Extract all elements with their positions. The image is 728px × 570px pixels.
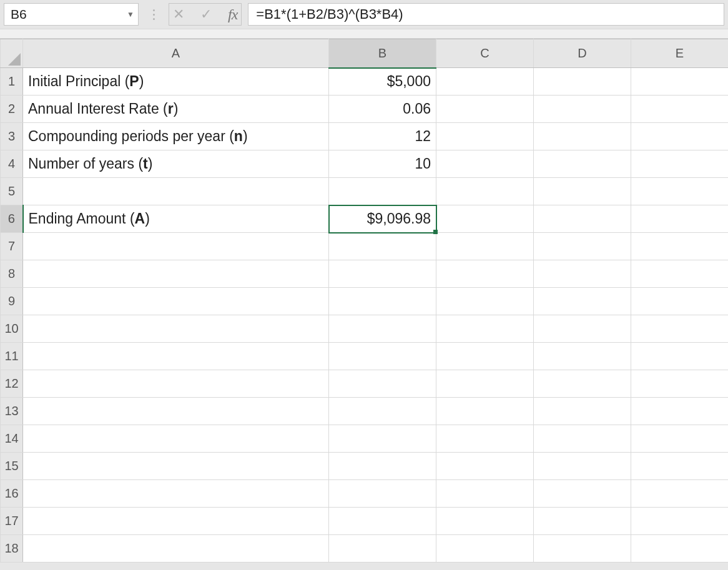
cell-b1[interactable]: $5,000 <box>329 68 436 96</box>
cell-e14[interactable] <box>631 425 729 453</box>
select-all-button[interactable] <box>1 39 23 68</box>
cell-e5[interactable] <box>631 178 729 205</box>
cell-a18[interactable] <box>23 535 329 563</box>
cell-e8[interactable] <box>631 260 729 288</box>
cell-b9[interactable] <box>329 288 436 315</box>
row-header[interactable]: 2 <box>1 96 23 123</box>
cell-b14[interactable] <box>329 425 436 453</box>
fx-icon[interactable]: fx <box>228 6 237 23</box>
row-header[interactable]: 10 <box>1 315 23 343</box>
grid[interactable]: A B C D E 1 Initial Principal (P) $5,000… <box>0 39 728 563</box>
cell-c3[interactable] <box>436 123 534 150</box>
cell-e12[interactable] <box>631 370 729 398</box>
col-header-e[interactable]: E <box>631 39 729 68</box>
row-header[interactable]: 13 <box>1 398 23 425</box>
cell-a14[interactable] <box>23 425 329 453</box>
cell-b10[interactable] <box>329 315 436 343</box>
cell-e18[interactable] <box>631 535 729 563</box>
cell-d9[interactable] <box>534 288 631 315</box>
cell-d15[interactable] <box>534 453 631 480</box>
cell-a17[interactable] <box>23 508 329 535</box>
cell-a1[interactable]: Initial Principal (P) <box>23 68 329 96</box>
col-header-b[interactable]: B <box>329 39 436 68</box>
cell-b8[interactable] <box>329 260 436 288</box>
cell-c14[interactable] <box>436 425 534 453</box>
cell-e6[interactable] <box>631 205 729 233</box>
cell-c9[interactable] <box>436 288 534 315</box>
cell-c17[interactable] <box>436 508 534 535</box>
cell-b17[interactable] <box>329 508 436 535</box>
cell-a9[interactable] <box>23 288 329 315</box>
row-header[interactable]: 3 <box>1 123 23 150</box>
cell-d1[interactable] <box>534 68 631 96</box>
cell-a7[interactable] <box>23 233 329 260</box>
cell-d8[interactable] <box>534 260 631 288</box>
row-header[interactable]: 11 <box>1 343 23 370</box>
row-header[interactable]: 5 <box>1 178 23 205</box>
cell-b2[interactable]: 0.06 <box>329 96 436 123</box>
cell-e7[interactable] <box>631 233 729 260</box>
cell-e3[interactable] <box>631 123 729 150</box>
cell-c5[interactable] <box>436 178 534 205</box>
cell-d14[interactable] <box>534 425 631 453</box>
cell-a4[interactable]: Number of years (t) <box>23 150 329 178</box>
cell-c10[interactable] <box>436 315 534 343</box>
cell-d11[interactable] <box>534 343 631 370</box>
row-header[interactable]: 1 <box>1 68 23 96</box>
cell-b11[interactable] <box>329 343 436 370</box>
row-header[interactable]: 8 <box>1 260 23 288</box>
row-header[interactable]: 6 <box>1 205 23 233</box>
cell-c11[interactable] <box>436 343 534 370</box>
cell-c2[interactable] <box>436 96 534 123</box>
cell-c4[interactable] <box>436 150 534 178</box>
chevron-down-icon[interactable]: ▼ <box>127 10 134 19</box>
row-header[interactable]: 16 <box>1 480 23 508</box>
cell-e9[interactable] <box>631 288 729 315</box>
cell-a11[interactable] <box>23 343 329 370</box>
row-header[interactable]: 9 <box>1 288 23 315</box>
cell-c7[interactable] <box>436 233 534 260</box>
cell-c13[interactable] <box>436 398 534 425</box>
cell-d17[interactable] <box>534 508 631 535</box>
row-header[interactable]: 7 <box>1 233 23 260</box>
cell-d16[interactable] <box>534 480 631 508</box>
cell-c15[interactable] <box>436 453 534 480</box>
cell-a15[interactable] <box>23 453 329 480</box>
cell-b4[interactable]: 10 <box>329 150 436 178</box>
cell-b3[interactable]: 12 <box>329 123 436 150</box>
cell-e11[interactable] <box>631 343 729 370</box>
cell-e15[interactable] <box>631 453 729 480</box>
cell-b15[interactable] <box>329 453 436 480</box>
cell-c8[interactable] <box>436 260 534 288</box>
cell-c1[interactable] <box>436 68 534 96</box>
col-header-c[interactable]: C <box>436 39 534 68</box>
cell-b18[interactable] <box>329 535 436 563</box>
cell-e1[interactable] <box>631 68 729 96</box>
cell-d12[interactable] <box>534 370 631 398</box>
row-header[interactable]: 18 <box>1 535 23 563</box>
cell-a5[interactable] <box>23 178 329 205</box>
cell-e13[interactable] <box>631 398 729 425</box>
cell-d18[interactable] <box>534 535 631 563</box>
name-box[interactable]: B6 ▼ <box>4 3 139 26</box>
row-header[interactable]: 15 <box>1 453 23 480</box>
cell-a8[interactable] <box>23 260 329 288</box>
cell-e4[interactable] <box>631 150 729 178</box>
cell-c16[interactable] <box>436 480 534 508</box>
cell-d2[interactable] <box>534 96 631 123</box>
cancel-icon[interactable]: ✕ <box>173 6 184 22</box>
cell-a6[interactable]: Ending Amount (A) <box>23 205 329 233</box>
cell-e17[interactable] <box>631 508 729 535</box>
row-header[interactable]: 4 <box>1 150 23 178</box>
cell-a12[interactable] <box>23 370 329 398</box>
enter-icon[interactable]: ✓ <box>200 6 212 22</box>
cell-d4[interactable] <box>534 150 631 178</box>
row-header[interactable]: 17 <box>1 508 23 535</box>
row-header[interactable]: 14 <box>1 425 23 453</box>
cell-b13[interactable] <box>329 398 436 425</box>
cell-d13[interactable] <box>534 398 631 425</box>
cell-b7[interactable] <box>329 233 436 260</box>
cell-a13[interactable] <box>23 398 329 425</box>
cell-a10[interactable] <box>23 315 329 343</box>
cell-d7[interactable] <box>534 233 631 260</box>
